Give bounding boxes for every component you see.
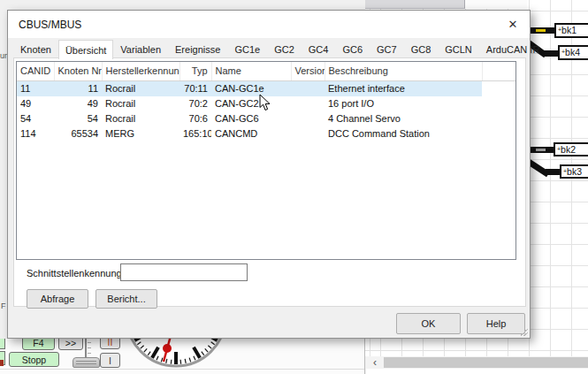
table-cell[interactable]: 165:10	[179, 126, 211, 141]
report-button[interactable]: Bericht...	[95, 289, 157, 309]
interface-id-label: Schnittstellenkennung	[27, 268, 122, 279]
table-cell[interactable]: Ethernet interface	[325, 81, 482, 97]
tab-gc6[interactable]: GC6	[335, 41, 370, 58]
query-button[interactable]: Abfrage	[27, 289, 88, 309]
column-header[interactable]: Knoten Nr.	[54, 62, 102, 81]
table-cell[interactable]: 11	[17, 81, 54, 97]
table-cell[interactable]: CAN-GC1e	[211, 81, 291, 97]
direction-ii-button[interactable]: II	[100, 339, 120, 349]
column-header[interactable]: Herstellerkennung	[102, 62, 179, 81]
analog-clock	[122, 339, 230, 370]
table-cell[interactable]: 65534	[54, 126, 102, 141]
speed-slider-handle[interactable]	[73, 357, 100, 368]
block-bk3[interactable]: +bk3	[560, 164, 588, 179]
table-cell[interactable]: Rocrail	[102, 96, 179, 111]
table-cell[interactable]: 114	[17, 126, 54, 141]
clipped-red-fragment	[0, 360, 4, 366]
help-button[interactable]: Help	[467, 313, 525, 334]
panel-separator	[364, 339, 365, 374]
block-label: bk4	[565, 47, 580, 57]
mouse-cursor-icon	[259, 94, 271, 111]
tab-gc1e[interactable]: GC1e	[227, 41, 267, 58]
panel-divider	[0, 369, 365, 370]
clipped-button-fragment	[0, 339, 5, 349]
column-header[interactable]	[482, 62, 515, 81]
dialog-title: CBUS/MBUS	[19, 19, 81, 31]
table-cell[interactable]: 4 Channel Servo	[325, 111, 482, 126]
table-cell[interactable]: 70:2	[179, 96, 211, 111]
tab-variablen[interactable]: Variablen	[113, 41, 168, 58]
table-cell[interactable]: 70:6	[179, 111, 211, 126]
background-strip	[465, 0, 527, 9]
clipped-label-fragment: F	[1, 301, 6, 310]
table-cell[interactable]	[291, 126, 325, 141]
resize-grip[interactable]	[519, 327, 528, 336]
stop-button[interactable]: Stopp	[9, 352, 59, 367]
table-cell[interactable]	[291, 96, 325, 111]
table-cell[interactable]	[482, 126, 515, 141]
second-hand-ball	[163, 344, 172, 353]
direction-i-button[interactable]: I	[100, 353, 120, 368]
block-label: bk3	[567, 166, 582, 177]
tab-ereignisse[interactable]: Ereignisse	[168, 41, 227, 58]
table-cell[interactable]: 49	[54, 96, 102, 111]
column-header[interactable]: Version	[291, 62, 325, 81]
interface-id-input[interactable]	[120, 263, 248, 281]
function-f4-button[interactable]: F4	[22, 339, 55, 350]
table-cell[interactable]: Rocrail	[102, 111, 179, 126]
column-header[interactable]: CANID	[17, 62, 54, 81]
block-label: bk1	[561, 25, 577, 35]
close-icon[interactable]: ✕	[503, 16, 523, 34]
tab-knoten[interactable]: Knoten	[13, 41, 58, 58]
block-bk1[interactable]: +bk1	[554, 23, 588, 38]
node-list[interactable]: CANIDKnoten Nr.HerstellerkennungTypNameV…	[16, 61, 516, 260]
tab-gcln[interactable]: GCLN	[438, 41, 479, 58]
table-cell[interactable]: CAN-GC2	[211, 96, 291, 111]
table-cell[interactable]	[482, 81, 515, 97]
tab-gc8[interactable]: GC8	[404, 41, 439, 58]
tab-arducan-ir[interactable]: ArduCAN IR	[479, 41, 547, 58]
column-header[interactable]: Typ	[179, 62, 211, 81]
tab-gc4[interactable]: GC4	[302, 41, 336, 58]
cbus-mbus-dialog: CBUS/MBUS ✕ KnotenÜbersichtVariablenErei…	[7, 10, 531, 339]
block-bk4[interactable]: +bk4	[558, 45, 588, 60]
table-cell[interactable]: CAN-GC6	[211, 111, 291, 126]
sensor-dash	[536, 149, 546, 151]
throttle-panel: F4 >> Stopp II I	[0, 339, 365, 374]
table-cell[interactable]: MERG	[102, 126, 179, 141]
table-cell[interactable]	[291, 81, 325, 97]
table-cell[interactable]: 70:11	[179, 81, 211, 97]
block-bk2[interactable]: +bk2	[554, 142, 588, 156]
table-cell[interactable]	[482, 111, 515, 126]
block-label: bk2	[561, 144, 576, 155]
table-cell[interactable]: 11	[54, 81, 102, 97]
tab-gc2[interactable]: GC2	[267, 41, 302, 58]
table-cell[interactable]: 54	[54, 111, 102, 126]
column-header[interactable]: Name	[211, 62, 291, 81]
table-row[interactable]: 5454Rocrail70:6CAN-GC64 Channel Servo	[17, 111, 515, 126]
table-cell[interactable]: 16 port I/O	[325, 96, 482, 111]
table-cell[interactable]: CANCMD	[211, 126, 291, 141]
table-row[interactable]: 11465534MERG165:10CANCMDDCC Command Stat…	[17, 126, 515, 141]
tab-gc7[interactable]: GC7	[370, 41, 404, 58]
status-strip	[366, 369, 588, 374]
tab-übersicht[interactable]: Übersicht	[58, 40, 113, 59]
table-cell[interactable]: 54	[17, 111, 54, 126]
dialog-titlebar[interactable]: CBUS/MBUS ✕	[8, 11, 530, 38]
track-segment[interactable]	[546, 169, 561, 175]
column-header[interactable]: Beschreibung	[325, 62, 482, 81]
table-cell[interactable]	[482, 96, 515, 111]
dialog-tab-bar: KnotenÜbersichtVariablenEreignisseGC1eGC…	[13, 40, 546, 58]
scrollbar-thumb[interactable]	[384, 357, 588, 368]
table-cell[interactable]	[291, 111, 325, 126]
ok-button[interactable]: OK	[396, 313, 461, 334]
horizontal-scrollbar[interactable]: ‹	[366, 356, 588, 369]
sensor-occupied-dash	[536, 29, 546, 32]
scroll-left-arrow-icon[interactable]: ‹	[370, 356, 380, 369]
shift-button[interactable]: >>	[58, 339, 83, 350]
table-cell[interactable]: 49	[17, 96, 54, 111]
table-cell[interactable]: DCC Command Station	[325, 126, 482, 141]
table-cell[interactable]: Rocrail	[102, 81, 179, 97]
